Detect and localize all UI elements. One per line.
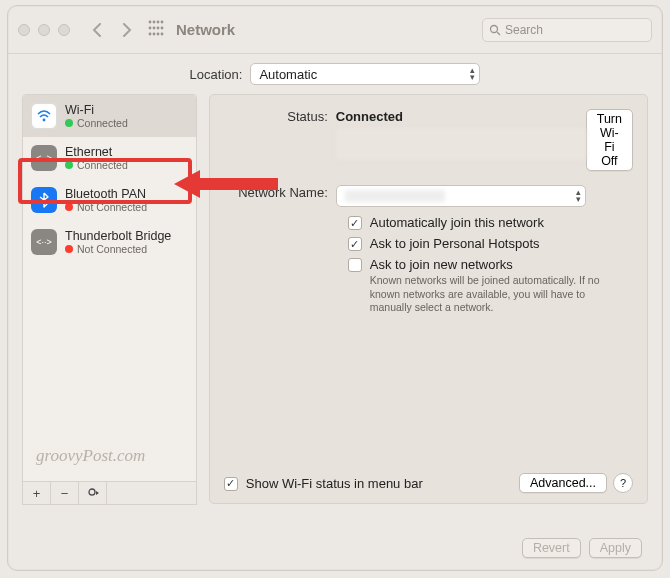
- bluetooth-icon: [31, 187, 57, 213]
- status-value: Connected: [336, 109, 403, 124]
- svg-point-3: [161, 21, 164, 24]
- minimize-window-button[interactable]: [38, 24, 50, 36]
- remove-interface-button[interactable]: −: [51, 482, 79, 504]
- status-dot: [65, 203, 73, 211]
- back-button[interactable]: [84, 17, 110, 43]
- checkbox-ask-new[interactable]: [348, 258, 362, 272]
- svg-text:<··>: <··>: [36, 237, 52, 247]
- sidebar-item-thunderbolt-bridge[interactable]: <··> Thunderbolt Bridge Not Connected: [23, 221, 196, 263]
- ask-new-help-text: Known networks will be joined automatica…: [370, 274, 630, 315]
- ask-new-label: Ask to join new networks: [370, 257, 630, 272]
- checkbox-auto-join[interactable]: [348, 216, 362, 230]
- sidebar-item-ethernet[interactable]: <··> Ethernet Connected: [23, 137, 196, 179]
- status-dot: [65, 119, 73, 127]
- window-title: Network: [176, 21, 235, 38]
- interface-actions-menu[interactable]: [79, 482, 107, 504]
- location-row: Location: Automatic ▴▾: [8, 54, 662, 94]
- checkbox-show-menubar[interactable]: [224, 477, 238, 491]
- ask-new-checkbox-row[interactable]: Ask to join new networks Known networks …: [348, 257, 633, 315]
- watermark: groovyPost.com: [36, 446, 145, 466]
- apply-button[interactable]: Apply: [589, 538, 642, 558]
- chevron-updown-icon: ▴▾: [576, 189, 581, 203]
- checkbox-ask-hotspots[interactable]: [348, 237, 362, 251]
- zoom-window-button[interactable]: [58, 24, 70, 36]
- ask-hotspots-label: Ask to join Personal Hotspots: [370, 236, 540, 251]
- svg-point-7: [161, 27, 164, 30]
- wifi-icon: [31, 103, 57, 129]
- svg-point-6: [157, 27, 160, 30]
- content-pane: Status: Connected Turn Wi-Fi Off Network…: [209, 94, 648, 504]
- advanced-button[interactable]: Advanced...: [519, 473, 607, 493]
- sidebar-item-label: Bluetooth PAN: [65, 187, 147, 201]
- auto-join-label: Automatically join this network: [370, 215, 544, 230]
- search-field[interactable]: Search: [482, 18, 652, 42]
- status-dot: [65, 245, 73, 253]
- svg-point-8: [149, 33, 152, 36]
- svg-point-11: [161, 33, 164, 36]
- ethernet-icon: <··>: [31, 145, 57, 171]
- location-value: Automatic: [259, 67, 317, 82]
- interface-sidebar: Wi-Fi Connected <··> Ethernet Connected: [22, 94, 197, 482]
- svg-point-5: [153, 27, 156, 30]
- svg-point-10: [157, 33, 160, 36]
- thunderbolt-icon: <··>: [31, 229, 57, 255]
- svg-point-12: [491, 25, 498, 32]
- svg-text:<··>: <··>: [36, 153, 52, 163]
- svg-point-0: [149, 21, 152, 24]
- network-name-redacted: [345, 190, 445, 202]
- sidebar-toolbar: + −: [22, 481, 197, 505]
- sidebar-item-label: Thunderbolt Bridge: [65, 229, 171, 243]
- show-all-icon[interactable]: [148, 20, 164, 39]
- add-interface-button[interactable]: +: [23, 482, 51, 504]
- close-window-button[interactable]: [18, 24, 30, 36]
- status-dot: [65, 161, 73, 169]
- footer-buttons: Revert Apply: [522, 538, 642, 558]
- revert-button[interactable]: Revert: [522, 538, 581, 558]
- search-placeholder: Search: [505, 23, 543, 37]
- help-button[interactable]: ?: [613, 473, 633, 493]
- ask-hotspots-checkbox-row[interactable]: Ask to join Personal Hotspots: [348, 236, 633, 251]
- chevron-updown-icon: ▴▾: [470, 67, 475, 81]
- forward-button[interactable]: [114, 17, 140, 43]
- location-label: Location:: [190, 67, 243, 82]
- svg-point-2: [157, 21, 160, 24]
- svg-point-4: [149, 27, 152, 30]
- network-name-select[interactable]: ▴▾: [336, 185, 586, 207]
- sidebar-item-label: Ethernet: [65, 145, 128, 159]
- search-icon: [489, 24, 501, 36]
- location-select[interactable]: Automatic ▴▾: [250, 63, 480, 85]
- network-name-label: Network Name:: [224, 185, 336, 200]
- svg-point-14: [43, 119, 46, 122]
- show-menubar-label: Show Wi-Fi status in menu bar: [246, 476, 519, 491]
- svg-point-9: [153, 33, 156, 36]
- traffic-lights: [18, 24, 70, 36]
- svg-point-1: [153, 21, 156, 24]
- status-detail-redacted: [336, 128, 586, 160]
- svg-line-13: [497, 32, 500, 35]
- sidebar-item-wifi[interactable]: Wi-Fi Connected: [23, 95, 196, 137]
- auto-join-checkbox-row[interactable]: Automatically join this network: [348, 215, 633, 230]
- sidebar-item-bluetooth-pan[interactable]: Bluetooth PAN Not Connected: [23, 179, 196, 221]
- sidebar-item-label: Wi-Fi: [65, 103, 128, 117]
- preferences-window: Network Search Location: Automatic ▴▾ Wi…: [7, 5, 663, 571]
- svg-point-17: [89, 489, 95, 495]
- status-label: Status:: [224, 109, 336, 124]
- turn-wifi-off-button[interactable]: Turn Wi-Fi Off: [586, 109, 633, 171]
- titlebar: Network Search: [8, 6, 662, 54]
